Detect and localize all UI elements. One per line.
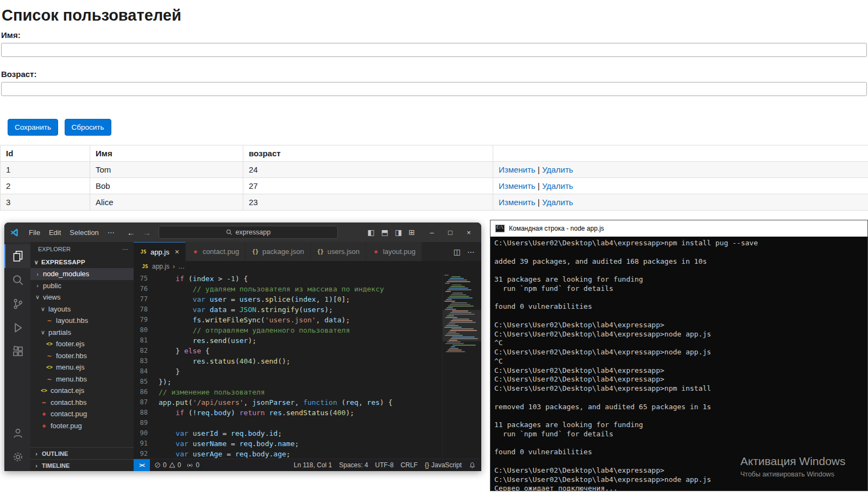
cell-age: 23 [243,194,493,211]
language-status[interactable]: {} JavaScript [425,461,462,469]
breadcrumb[interactable]: JS app.js › … [134,261,481,272]
terminal-line [494,393,867,403]
tree-item-footer.ejs[interactable]: <>footer.ejs [30,338,134,350]
tree-item-label: views [43,293,61,301]
source-control-icon[interactable] [4,292,30,316]
age-input[interactable] [1,82,867,96]
tree-item-partials[interactable]: ∨partials [30,327,134,339]
tree-item-layout.hbs[interactable]: ~layout.hbs [30,315,134,327]
cursor-position[interactable]: Ln 118, Col 1 [294,461,332,469]
problems-status[interactable]: 0 0 [154,461,181,469]
save-button[interactable]: Сохранить [8,119,58,136]
split-editor-icon[interactable]: ◫ [454,247,461,256]
terminal-line: C:\Users\User02\Desktop\lab4\expressapp> [494,375,867,384]
line-number: 82 [134,346,159,356]
code-text: if (index > -1) { [159,274,248,284]
explorer-icon[interactable] [4,244,30,268]
terminal-output[interactable]: C:\Users\User02\Desktop\lab4\expressapp>… [490,237,867,491]
delete-link[interactable]: Удалить [542,181,573,190]
settings-gear-icon[interactable] [4,445,30,469]
file-tree: ›node_modules›public∨views∨layouts~layou… [30,268,134,431]
delete-link[interactable]: Удалить [542,198,573,207]
run-debug-icon[interactable] [4,316,30,340]
name-input[interactable] [1,43,867,57]
close-icon[interactable]: × [175,247,179,256]
terminal-line: added 39 packages, and audited 168 packa… [494,257,867,266]
js-file-icon: JS [141,264,149,269]
encoding-status[interactable]: UTF-8 [375,461,394,469]
close-button[interactable]: × [460,223,478,242]
tree-item-label: footer.ejs [56,340,85,348]
tree-item-menu.ejs[interactable]: <>menu.ejs [30,361,134,373]
eol-status[interactable]: CRLF [401,461,418,469]
windows-activation-watermark: Активация Windows Чтобы активировать Win… [740,455,846,478]
tab-users.json[interactable]: {}users.json [311,242,366,261]
tab-layout.pug[interactable]: ◆layout.pug [366,242,422,261]
reset-button[interactable]: Сбросить [65,119,111,136]
more-actions-icon[interactable]: ⋯ [467,247,475,256]
tree-item-footer.hbs[interactable]: ~footer.hbs [30,350,134,362]
tab-package.json[interactable]: {}package.json [246,242,311,261]
menu-more[interactable]: ⋯ [104,226,118,239]
timeline-section[interactable]: › TIMELINE [30,459,134,471]
tree-item-contact.pug[interactable]: ◆contact.pug [30,408,134,420]
back-icon[interactable]: ← [127,228,135,237]
code-text: } [159,366,180,377]
account-icon[interactable] [4,421,30,445]
toggle-panel-icon[interactable]: ⬒ [381,228,388,237]
vscode-titlebar[interactable]: File Edit Selection ⋯ ← → expressapp ◧ ⬒… [4,223,481,242]
code-editor[interactable]: 75 if (index > -1) {76 // удаляем пользо… [134,272,481,459]
delete-link[interactable]: Удалить [542,165,573,174]
minimap-slider[interactable] [443,310,481,341]
minimap[interactable] [442,272,481,459]
edit-link[interactable]: Изменить [499,181,536,190]
tree-item-views[interactable]: ∨views [30,291,134,303]
cell-name: Bob [90,178,243,194]
line-number: 75 [134,274,159,284]
minimize-button[interactable]: – [423,223,441,242]
search-view-icon[interactable] [4,268,30,292]
tree-item-contact.hbs[interactable]: ~contact.hbs [30,397,134,409]
forward-icon[interactable]: → [143,228,151,237]
customize-layout-icon[interactable]: ⊞ [408,228,415,237]
tree-item-layouts[interactable]: ∨layouts [30,303,134,315]
ports-status[interactable]: 0 [186,461,199,469]
bell-icon[interactable] [469,462,476,469]
menu-selection[interactable]: Selection [66,226,102,239]
tree-item-footer.pug[interactable]: ◆footer.pug [30,420,134,432]
editor-actions: ◫ ⋯ [454,242,481,261]
chevron-right-icon: › [35,282,40,289]
tree-item-contact.ejs[interactable]: <>contact.ejs [30,385,134,397]
outline-section[interactable]: › OUTLINE [30,447,134,459]
ejs-file-icon: <> [46,341,53,347]
page-title: Список пользователей [0,0,868,26]
tree-item-menu.hbs[interactable]: ~menu.hbs [30,373,134,385]
tree-item-public[interactable]: ›public [30,280,134,292]
toggle-sidebar-icon[interactable]: ◧ [368,228,375,237]
explorer-more-icon[interactable]: ⋯ [122,246,128,253]
tree-item-node_modules[interactable]: ›node_modules [30,268,134,280]
maximize-button[interactable]: □ [441,223,460,242]
line-number: 77 [134,294,159,304]
cell-age: 27 [243,178,493,194]
extensions-icon[interactable] [4,340,30,364]
remote-indicator[interactable]: >< [134,459,150,471]
cell-actions: Изменить | Удалить [493,178,868,194]
tab-contact.pug[interactable]: ◆contact.pug [186,242,246,261]
terminal-line: ^C [494,339,867,348]
menu-edit[interactable]: Edit [45,226,65,239]
code-text: fs.writeFileSync('users.json', data); [159,315,350,325]
code-line: 80 // отправляем удаленного пользователя [134,325,442,335]
edit-link[interactable]: Изменить [499,198,536,207]
terminal-titlebar[interactable]: C:\ Командная строка - node app.js [490,220,867,237]
code-text: }); [159,377,171,387]
edit-link[interactable]: Изменить [499,165,536,174]
project-section-header[interactable]: ∨ EXPRESSAPP [30,256,134,268]
tab-app.js[interactable]: JSapp.js× [134,242,186,261]
status-bar: >< 0 0 0 Ln 118, Col 1 Spaces: 4 [134,459,481,471]
chevron-right-icon: › [35,271,40,277]
toggle-secondary-sidebar-icon[interactable]: ◨ [395,228,402,237]
menu-file[interactable]: File [25,226,44,239]
indentation-status[interactable]: Spaces: 4 [339,461,368,469]
command-center-search[interactable]: expressapp [159,226,338,239]
